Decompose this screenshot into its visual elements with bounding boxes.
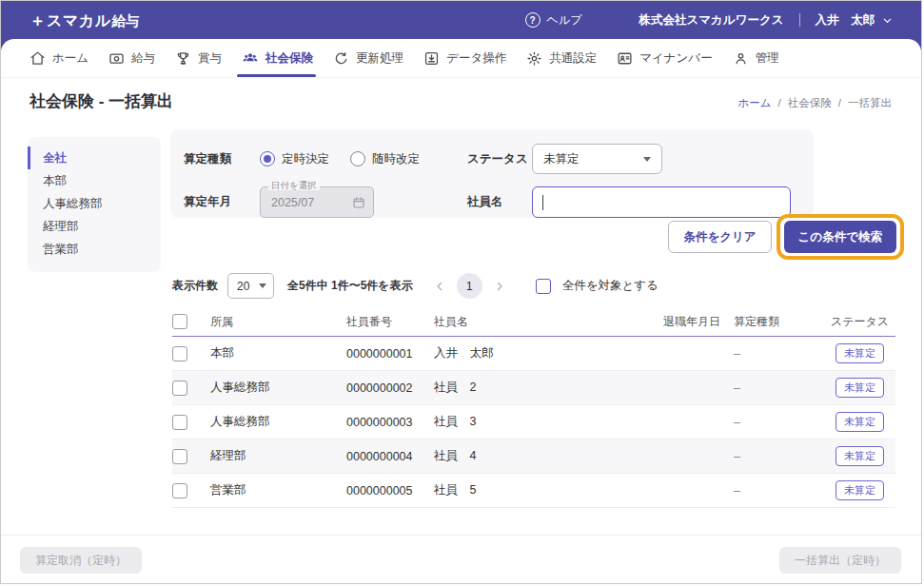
row-checkbox[interactable] xyxy=(172,381,187,396)
app-window: ＋ スマカル 給与 ? ヘルプ 株式会社スマカルワークス 入井 太郎 xyxy=(0,0,922,584)
per-page-select[interactable]: 20 xyxy=(227,273,274,299)
page-number-button[interactable]: 1 xyxy=(457,273,482,299)
cell-calc-type: – xyxy=(734,381,824,395)
radio-teiji-kettei[interactable]: 定時決定 xyxy=(260,151,329,167)
table-row[interactable]: 本部 0000000001 入井 太郎 – 未算定 xyxy=(172,337,895,371)
nav-tab-admin[interactable]: 管理 xyxy=(733,39,779,77)
question-circle-icon: ? xyxy=(525,12,541,28)
calendar-icon xyxy=(352,196,365,209)
plus-icon: ＋ xyxy=(29,10,46,31)
clear-conditions-button[interactable]: 条件をクリア xyxy=(668,221,771,253)
nav-tab-label: 給与 xyxy=(131,50,155,67)
cell-emp-no: 0000000002 xyxy=(346,381,434,395)
table-row[interactable]: 人事総務部 0000000003 社員 3 – 未算定 xyxy=(172,405,895,440)
text-caret xyxy=(542,195,543,210)
home-icon xyxy=(29,50,46,67)
help-button[interactable]: ? ヘルプ xyxy=(525,12,582,29)
status-label: ステータス xyxy=(467,151,532,167)
row-checkbox[interactable] xyxy=(172,449,187,464)
nav-tab-label: 更新処理 xyxy=(356,50,403,67)
range-summary: 全5件中 1件〜5件を表示 xyxy=(287,278,413,294)
cell-name: 社員 3 xyxy=(434,414,629,430)
col-retire-date: 退職年月日 xyxy=(629,314,734,330)
per-page-value: 20 xyxy=(237,280,249,293)
header-checkbox[interactable] xyxy=(172,314,187,329)
logo-text: スマカル xyxy=(47,11,111,31)
nav-tab-home[interactable]: ホーム xyxy=(29,39,88,77)
list-toolbar: 表示件数 20 全5件中 1件〜5件を表示 1 全件を対象とする xyxy=(172,273,659,299)
nav-tab-label: 賞与 xyxy=(198,50,222,67)
cell-calc-type: – xyxy=(734,484,824,498)
datepicker-value: 2025/07 xyxy=(271,196,314,209)
select-all-label: 全件を対象とする xyxy=(562,278,659,294)
header-divider xyxy=(799,13,800,27)
gear-icon xyxy=(526,50,542,67)
status-badge: 未算定 xyxy=(836,446,884,466)
nav-tab-settings[interactable]: 共通設定 xyxy=(526,39,597,77)
nav-tab-data-operations[interactable]: データ操作 xyxy=(423,39,506,77)
search-button[interactable]: この条件で検索 xyxy=(784,221,896,253)
nav-tab-label: データ操作 xyxy=(446,50,506,67)
radio-unselected-icon xyxy=(350,151,365,166)
prev-page-chevron-icon[interactable] xyxy=(432,279,447,294)
user-name: 入井 太郎 xyxy=(816,12,875,29)
employee-name-label: 社員名 xyxy=(467,194,532,210)
breadcrumb-home-link[interactable]: ホーム xyxy=(738,96,772,110)
cell-emp-no: 0000000001 xyxy=(346,347,434,361)
caret-down-icon xyxy=(643,157,651,162)
status-select[interactable]: 未算定 xyxy=(532,144,662,174)
employee-name-input[interactable] xyxy=(532,186,791,218)
company-name: 株式会社スマカルワークス xyxy=(639,12,783,29)
sidebar-item-honbu[interactable]: 本部 xyxy=(28,169,161,192)
cell-dept: 人事総務部 xyxy=(210,380,346,396)
table-row[interactable]: 人事総務部 0000000002 社員 2 – 未算定 xyxy=(172,371,895,405)
page-title: 社会保険 - 一括算出 xyxy=(29,90,173,112)
sidebar-item-keiri[interactable]: 経理部 xyxy=(28,215,161,238)
breadcrumb: ホーム / 社会保険 / 一括算出 xyxy=(738,96,892,110)
next-page-chevron-icon[interactable] xyxy=(492,279,507,294)
cancel-calculation-button[interactable]: 算定取消（定時） xyxy=(20,547,142,574)
table-row[interactable]: 営業部 0000000005 社員 5 – 未算定 xyxy=(172,474,895,508)
calc-month-datepicker[interactable]: 日付を選択 2025/07 xyxy=(260,186,374,218)
row-checkbox[interactable] xyxy=(172,483,187,498)
radio-label: 定時決定 xyxy=(282,151,329,167)
bulk-calculate-button[interactable]: 一括算出（定時） xyxy=(779,547,901,574)
breadcrumb-separator: / xyxy=(778,97,781,108)
breadcrumb-separator: / xyxy=(838,97,841,108)
cell-dept: 経理部 xyxy=(210,448,346,464)
sidebar-item-jinji[interactable]: 人事総務部 xyxy=(28,192,161,215)
cell-name: 社員 4 xyxy=(434,448,629,464)
logo-suffix: 給与 xyxy=(112,12,140,30)
table-row[interactable]: 経理部 0000000004 社員 4 – 未算定 xyxy=(172,440,895,474)
cell-emp-no: 0000000005 xyxy=(346,484,434,498)
cell-calc-type: – xyxy=(734,450,824,463)
app-logo: ＋ スマカル 給与 xyxy=(29,10,140,31)
cell-dept: 本部 xyxy=(210,345,346,361)
nav-tab-label: 共通設定 xyxy=(549,50,597,67)
sidebar-item-eigyo[interactable]: 営業部 xyxy=(28,238,161,261)
col-calc-type: 算定種類 xyxy=(734,314,824,330)
nav-tab-label: 社会保険 xyxy=(265,50,313,67)
status-badge: 未算定 xyxy=(836,480,884,500)
col-dept: 所属 xyxy=(210,314,346,330)
nav-tab-update[interactable]: 更新処理 xyxy=(333,39,403,77)
nav-tab-social-insurance[interactable]: 社会保険 xyxy=(242,39,313,77)
cell-dept: 人事総務部 xyxy=(210,414,346,430)
row-checkbox[interactable] xyxy=(172,346,187,361)
cell-emp-no: 0000000003 xyxy=(346,416,434,429)
breadcrumb-section: 社会保険 xyxy=(788,96,832,110)
sidebar-item-all[interactable]: 全社 xyxy=(28,146,161,169)
status-select-value: 未算定 xyxy=(543,151,580,167)
nav-tab-payroll[interactable]: 給与 xyxy=(108,39,155,77)
chevron-down-icon xyxy=(882,15,893,26)
radio-zuiji-kaitei[interactable]: 随時改定 xyxy=(350,151,420,167)
select-all-checkbox[interactable] xyxy=(536,279,551,294)
status-badge: 未算定 xyxy=(836,378,884,398)
row-checkbox[interactable] xyxy=(172,415,187,430)
user-menu[interactable]: 入井 太郎 xyxy=(816,12,894,29)
refresh-icon xyxy=(333,50,349,67)
people-icon xyxy=(242,49,259,67)
calc-type-label: 算定種類 xyxy=(184,151,260,167)
nav-tab-mynumber[interactable]: マイナンバー xyxy=(617,39,712,77)
nav-tab-bonus[interactable]: 賞与 xyxy=(175,39,222,77)
